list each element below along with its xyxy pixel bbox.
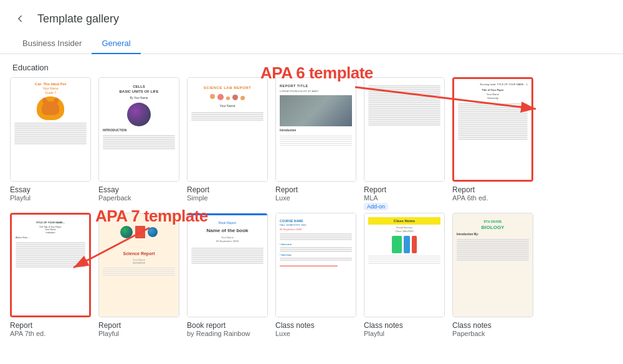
template-report-mla[interactable]: Report MLA Add-on bbox=[364, 77, 445, 210]
template-sublabel-report-apa7: APA 7th ed. bbox=[10, 330, 45, 337]
template-label-essay-playful: Essay bbox=[10, 185, 31, 194]
template-book-report[interactable]: Book Report Name of the book Your Name00… bbox=[187, 213, 268, 337]
template-sublabel-classnotes-paperback: Paperback bbox=[452, 330, 485, 337]
template-sublabel-essay-paperback: Paperback bbox=[98, 194, 131, 202]
template-sublabel-book-report: by Reading Rainbow bbox=[187, 330, 250, 337]
template-sublabel-report-science: Playful bbox=[98, 330, 119, 337]
template-thumb-report-apa6[interactable]: Running head: TITLE OF YOUR NAME... 1 Ti… bbox=[452, 77, 533, 182]
back-button[interactable] bbox=[10, 9, 30, 29]
template-thumb-report-apa7[interactable]: TITLE OF YOUR NAME... Full Title of Your… bbox=[10, 213, 91, 317]
template-label-classnotes-paperback: Class notes bbox=[452, 321, 492, 330]
template-thumb-book-report[interactable]: Book Report Name of the book Your Name00… bbox=[187, 213, 268, 317]
template-thumb-essay-playful[interactable]: Cat: The Ideal Pet Your NameGrade 7 bbox=[10, 77, 91, 182]
template-sublabel-essay-playful: Playful bbox=[10, 194, 31, 202]
template-label-classnotes-luxe: Class notes bbox=[275, 321, 315, 330]
templates-grid: Cat: The Ideal Pet Your NameGrade 7 bbox=[0, 77, 623, 210]
addon-badge-mla: Add-on bbox=[364, 203, 388, 210]
template-thumb-report-luxe[interactable]: REPORT TITLE LOREM IPSUM DOLOR SIT AMET … bbox=[275, 77, 356, 182]
template-report-apa7[interactable]: TITLE OF YOUR NAME... Full Title of Your… bbox=[10, 213, 91, 337]
header: Template gallery bbox=[0, 0, 623, 34]
page-title: Template gallery bbox=[37, 12, 119, 26]
template-report-luxe[interactable]: REPORT TITLE LOREM IPSUM DOLOR SIT AMET … bbox=[275, 77, 356, 210]
template-label-report-mla: Report bbox=[364, 185, 386, 194]
tab-general[interactable]: General bbox=[92, 34, 140, 54]
template-classnotes-paperback[interactable]: 9TH GRADE BIOLOGY Introduction My: Class… bbox=[452, 213, 533, 337]
template-label-book-report: Book report bbox=[187, 321, 226, 330]
template-sublabel-classnotes-playful: Playful bbox=[364, 330, 384, 337]
template-thumb-essay-paperback[interactable]: CELLSBASIC UNITS OF LIFE By Your Name IN… bbox=[98, 77, 179, 182]
template-classnotes-playful[interactable]: Class Notes Social ScienceClass 18th/202… bbox=[364, 213, 445, 337]
template-classnotes-luxe[interactable]: COURSE NAME FALL SEMESTER 200X 00 Septem… bbox=[275, 213, 356, 337]
template-label-classnotes-playful: Class notes bbox=[364, 321, 403, 330]
template-label-report-apa6: Report bbox=[452, 185, 475, 194]
page-wrapper: Template gallery Business Insider Genera… bbox=[0, 0, 623, 364]
template-thumb-report-simple[interactable]: SCIENCE LAB REPORT Your Name bbox=[187, 77, 268, 182]
template-thumb-report-mla[interactable] bbox=[364, 77, 445, 182]
template-thumb-classnotes-playful[interactable]: Class Notes Social ScienceClass 18th/202… bbox=[364, 213, 445, 317]
tab-business-insider[interactable]: Business Insider bbox=[12, 34, 92, 54]
template-thumb-classnotes-luxe[interactable]: COURSE NAME FALL SEMESTER 200X 00 Septem… bbox=[275, 213, 356, 317]
template-sublabel-report-luxe: Luxe bbox=[275, 194, 290, 202]
template-label-essay-paperback: Essay bbox=[98, 185, 119, 194]
template-report-science[interactable]: Science Report Your Name00/00/0000 Repor… bbox=[98, 213, 179, 337]
main-content: Template gallery Business Insider Genera… bbox=[0, 0, 623, 337]
template-thumb-report-science[interactable]: Science Report Your Name00/00/0000 bbox=[98, 213, 179, 317]
section-education-title: Education bbox=[0, 54, 623, 77]
template-thumb-classnotes-paperback[interactable]: 9TH GRADE BIOLOGY Introduction My: bbox=[452, 213, 533, 317]
template-label-report-apa7: Report bbox=[10, 321, 32, 330]
template-sublabel-classnotes-luxe: Luxe bbox=[275, 330, 290, 337]
template-report-simple[interactable]: SCIENCE LAB REPORT Your Name bbox=[187, 77, 268, 210]
template-essay-paperback[interactable]: CELLSBASIC UNITS OF LIFE By Your Name IN… bbox=[98, 77, 179, 210]
template-essay-playful[interactable]: Cat: The Ideal Pet Your NameGrade 7 bbox=[10, 77, 91, 210]
template-label-report-simple: Report bbox=[187, 185, 209, 194]
template-label-report-science: Report bbox=[98, 321, 121, 330]
template-report-apa6[interactable]: Running head: TITLE OF YOUR NAME... 1 Ti… bbox=[452, 77, 533, 210]
template-sublabel-report-apa6: APA 6th ed. bbox=[452, 194, 488, 202]
templates-grid-row2: TITLE OF YOUR NAME... Full Title of Your… bbox=[0, 213, 623, 337]
tabs-bar: Business Insider General bbox=[0, 34, 623, 54]
template-sublabel-report-mla: MLA bbox=[364, 194, 378, 202]
template-label-report-luxe: Report bbox=[275, 185, 298, 194]
template-sublabel-report-simple: Simple bbox=[187, 194, 208, 202]
